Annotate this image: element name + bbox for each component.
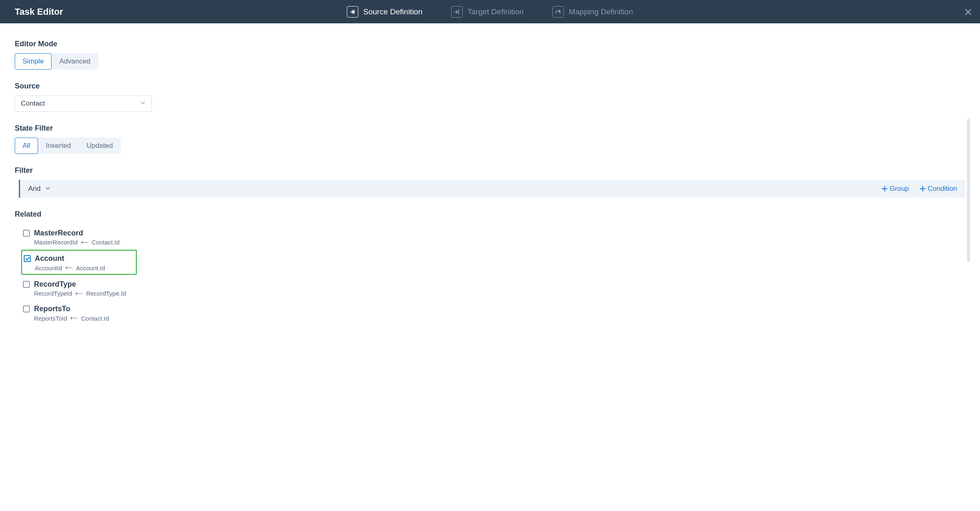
filter-bar: And Group Condition [19,180,965,198]
related-item-title: Account [35,254,105,263]
related-item-sub: AccountId Account.Id [35,265,105,271]
state-filter-all[interactable]: All [15,138,38,154]
state-filter-label: State Filter [15,124,965,133]
related-item-account[interactable]: Account AccountId Account.Id [21,250,137,274]
related-checkbox[interactable] [23,305,30,312]
editor-mode-section: Editor Mode Simple Advanced [15,40,965,70]
related-checkbox[interactable] [23,230,30,237]
link-arrow-icon [75,292,84,296]
filter-operator-dropdown[interactable]: And [28,185,50,193]
related-item-masterrecord[interactable]: MasterRecord MasterRecordId Contact.Id [23,225,965,248]
add-condition-button[interactable]: Condition [919,185,957,193]
related-checkbox[interactable] [23,281,30,288]
add-condition-label: Condition [928,185,957,193]
editor-mode-advanced[interactable]: Advanced [52,53,98,70]
header-tabs: Source Definition Target Definition Mapp… [347,6,633,18]
related-text: ReportsTo ReportsToId Contact.Id [34,304,109,321]
source-section: Source Contact [15,82,965,112]
tab-mapping-definition[interactable]: Mapping Definition [552,6,633,18]
tab-source-definition[interactable]: Source Definition [347,6,422,18]
filter-operator-value: And [28,185,41,193]
tab-target-definition[interactable]: Target Definition [451,6,524,18]
filter-actions: Group Condition [881,185,957,193]
main-content: Editor Mode Simple Advanced Source Conta… [0,23,980,345]
related-section: Related MasterRecord MasterRecordId Cont… [15,210,965,324]
related-label: Related [15,210,965,219]
add-group-label: Group [890,185,909,193]
plus-icon [919,185,926,192]
close-button[interactable] [964,8,972,16]
filter-section: Filter And Group Condition [15,166,965,198]
chevron-down-icon [140,99,146,108]
source-select-value: Contact [21,99,45,108]
header-bar: Task Editor Source Definition Target Def… [0,0,980,23]
related-item-sub: RecordTypeId RecordType.Id [34,290,126,297]
chevron-down-icon [45,185,50,193]
filter-label: Filter [15,166,965,175]
related-checkbox[interactable] [24,255,31,262]
related-text: MasterRecord MasterRecordId Contact.Id [34,228,120,246]
editor-mode-label: Editor Mode [15,40,965,48]
state-filter-updated[interactable]: Updated [79,138,120,154]
tab-label: Source Definition [363,7,422,16]
tab-label: Mapping Definition [569,7,633,16]
state-filter-section: State Filter All Inserted Updated [15,124,965,154]
source-select[interactable]: Contact [15,95,152,112]
link-arrow-icon [70,316,79,320]
link-arrow-icon [65,266,74,270]
target-definition-icon [451,6,463,18]
editor-mode-toggle: Simple Advanced [15,53,98,70]
state-filter-toggle: All Inserted Updated [15,138,121,154]
related-item-title: RecordType [34,280,126,289]
related-item-recordtype[interactable]: RecordType RecordTypeId RecordType.Id [23,276,965,299]
mapping-definition-icon [552,6,564,18]
related-item-title: ReportsTo [34,304,109,314]
related-item-sub: ReportsToId Contact.Id [34,315,109,322]
related-text: Account AccountId Account.Id [35,254,105,271]
related-item-reportsto[interactable]: ReportsTo ReportsToId Contact.Id [23,301,965,324]
state-filter-inserted[interactable]: Inserted [38,138,79,154]
tab-label: Target Definition [467,7,524,16]
plus-icon [881,185,888,192]
related-item-sub: MasterRecordId Contact.Id [34,239,120,246]
source-label: Source [15,82,965,90]
scrollbar[interactable] [967,119,970,262]
add-group-button[interactable]: Group [881,185,909,193]
related-list: MasterRecord MasterRecordId Contact.Id A… [15,224,965,324]
link-arrow-icon [80,240,89,244]
related-text: RecordType RecordTypeId RecordType.Id [34,280,126,297]
app-title: Task Editor [15,7,63,17]
related-item-title: MasterRecord [34,228,120,238]
source-definition-icon [347,6,358,18]
editor-mode-simple[interactable]: Simple [15,53,52,70]
